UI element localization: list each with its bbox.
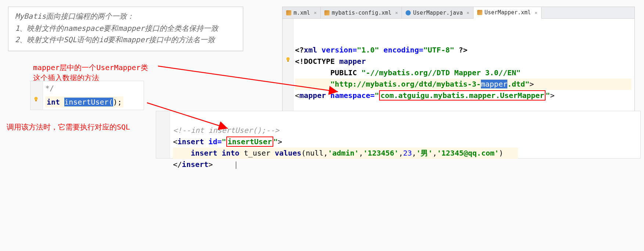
tab-mybatis-config[interactable]: mybatis-config.xml× xyxy=(321,7,402,18)
sql-statement: insert into t_user values(null,'admin','… xyxy=(173,148,518,159)
tab-label: m.xml xyxy=(294,10,310,16)
tab-usermapper-xml[interactable]: UserMapper.xml× xyxy=(474,7,542,19)
annotation-mapper-class: mapper层中的一个UserMapper类 这个插入数据的方法 xyxy=(33,62,148,83)
close-icon[interactable]: × xyxy=(395,10,398,15)
xml-file-icon xyxy=(324,10,330,15)
editor-tabbar: m.xml× mybatis-config.xml× UserMapper.ja… xyxy=(283,7,634,19)
snippet-gutter xyxy=(30,81,43,110)
xml-file-icon xyxy=(286,10,291,15)
tab-m-xml[interactable]: m.xml× xyxy=(283,7,321,18)
insert-sql-panel: <!--int insertUser();--> <insert id="ins… xyxy=(156,111,641,159)
insert-open-tag: <insert id="insertUser"> xyxy=(173,137,282,147)
insert-id-value: insertUser xyxy=(226,137,273,147)
annotation-line: mapper层中的一个UserMapper类 xyxy=(33,62,148,73)
tab-label: mybatis-config.xml xyxy=(332,10,392,16)
text-cursor xyxy=(236,161,236,169)
svg-point-0 xyxy=(35,97,38,100)
snippet-code[interactable]: */ int insertUser(); xyxy=(45,83,123,108)
svg-rect-3 xyxy=(287,61,289,62)
lightbulb-icon[interactable] xyxy=(33,96,39,102)
insert-close-tag: </insert> xyxy=(173,160,237,169)
namespace-value: com.atguigu.mybatis.mapper.UserMapper xyxy=(379,90,546,101)
method-close: ); xyxy=(113,98,122,106)
editor-body[interactable]: <?xml version="1.0" encoding="UTF-8" ?> … xyxy=(283,19,634,116)
xml-line-3: PUBLIC "-//mybatis.org//DTD Mapper 3.0//… xyxy=(295,68,521,77)
tab-usermapper-java[interactable]: UserMapper.java× xyxy=(402,7,473,18)
xml-file-icon xyxy=(477,10,482,15)
method-name-selected: insertUser( xyxy=(64,98,113,106)
xml-line-4: "http://mybatis.org/dtd/mybatis-3-mapper… xyxy=(295,79,632,90)
comment-close: */ xyxy=(45,84,54,92)
close-icon[interactable]: × xyxy=(314,10,317,15)
java-snippet-panel: */ int insertUser(); xyxy=(30,81,144,110)
xml-line-1: <?xml version="1.0" encoding="UTF-8" ?> xyxy=(295,46,468,54)
xml-line-5: <mapper namespace="com.atguigu.mybatis.m… xyxy=(295,90,554,101)
java-file-icon xyxy=(406,10,411,15)
tab-label: UserMapper.xml xyxy=(485,9,531,16)
annotation-call-sql: 调用该方法时，它需要执行对应的SQL xyxy=(7,122,130,132)
bottom-code[interactable]: <!--int insertUser();--> <insert id="ins… xyxy=(173,113,518,182)
desc-line-1: 1、映射文件的namespace要和mapper接口的全类名保持一致 xyxy=(15,23,236,33)
desc-title: MyBatis面向接口编程的两个一致： xyxy=(15,11,236,21)
lightbulb-icon[interactable] xyxy=(285,56,291,63)
svg-rect-1 xyxy=(35,100,37,101)
keyword-int: int xyxy=(47,98,60,106)
desc-line-2: 2、映射文件中SQL语句的id要和mapper接口中的方法名一致 xyxy=(15,35,236,45)
xml-comment: <!--int insertUser();--> xyxy=(173,126,279,135)
xml-line-2: <!DOCTYPE mapper xyxy=(295,57,366,66)
bottom-gutter xyxy=(156,111,170,158)
close-icon[interactable]: × xyxy=(535,10,537,15)
close-icon[interactable]: × xyxy=(467,10,469,15)
tab-label: UserMapper.java xyxy=(413,10,463,16)
svg-point-2 xyxy=(287,57,290,61)
editor-gutter xyxy=(283,19,294,116)
xml-editor: m.xml× mybatis-config.xml× UserMapper.ja… xyxy=(282,7,635,116)
description-box: MyBatis面向接口编程的两个一致： 1、映射文件的namespace要和ma… xyxy=(8,7,243,51)
